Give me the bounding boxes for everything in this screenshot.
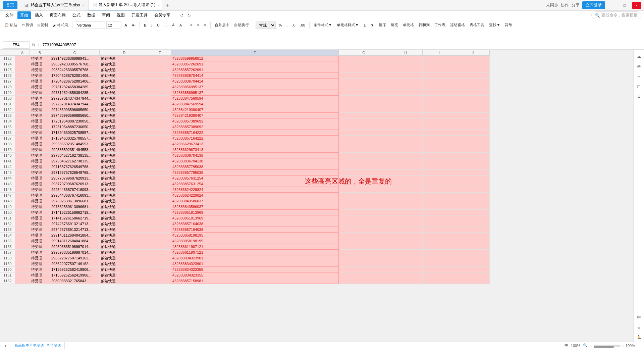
- table-cell[interactable]: 298770799687620913...: [50, 181, 100, 187]
- table-cell[interactable]: 的达快递: [100, 221, 149, 227]
- table-cell[interactable]: [15, 176, 30, 181]
- table-cell[interactable]: 432883847569594: [171, 101, 339, 107]
- table-cell[interactable]: 171416226158662719...: [50, 215, 100, 221]
- table-cell[interactable]: [423, 238, 456, 244]
- table-cell[interactable]: 的达快递: [100, 272, 149, 278]
- table-cell[interactable]: [15, 147, 30, 153]
- table-cell[interactable]: [423, 153, 456, 158]
- table-cell[interactable]: 的达快递: [100, 96, 149, 101]
- table-cell[interactable]: 的达快递: [100, 130, 149, 136]
- table-cell[interactable]: [389, 141, 423, 147]
- zoom-icon[interactable]: 🔍: [583, 343, 588, 348]
- table-cell[interactable]: 432883858198195: [171, 238, 339, 244]
- table-cell[interactable]: [149, 84, 171, 90]
- table-cell[interactable]: [15, 221, 30, 227]
- table-cell[interactable]: [423, 278, 456, 284]
- table-cell[interactable]: 432883836704138: [171, 153, 339, 158]
- table-cell[interactable]: 432883857389692: [171, 124, 339, 130]
- table-cell[interactable]: [339, 67, 389, 73]
- table-cell[interactable]: [149, 164, 171, 170]
- table-cell[interactable]: 待受理: [30, 90, 50, 96]
- tab-xlsx-close[interactable]: ×: [82, 3, 84, 7]
- table-cell[interactable]: 172319548887230050...: [50, 118, 100, 124]
- table-cell[interactable]: 432883857158981: [171, 278, 339, 284]
- table-cell[interactable]: 的达快递: [100, 261, 149, 267]
- table-cell[interactable]: 297436993598885650...: [50, 107, 100, 113]
- table-cell[interactable]: 297382539613096681...: [50, 198, 100, 204]
- collab-button[interactable]: 协作: [561, 2, 569, 8]
- table-cell[interactable]: 的达快递: [100, 73, 149, 79]
- table-cell[interactable]: [456, 113, 490, 118]
- font-color-button[interactable]: A: [178, 22, 183, 28]
- table-cell[interactable]: 432886624229824: [171, 187, 339, 193]
- table-cell[interactable]: 的达快递: [100, 176, 149, 181]
- search-box[interactable]: 🔍 查找命令，搜索模板: [591, 11, 641, 19]
- table-cell[interactable]: 432886611907121: [171, 244, 339, 250]
- font-size-selector[interactable]: [106, 21, 121, 29]
- table-cell[interactable]: 298622077507149162...: [50, 255, 100, 261]
- table-cell[interactable]: [15, 56, 30, 61]
- table-cell[interactable]: [423, 113, 456, 118]
- table-cell[interactable]: 297312324658384285...: [50, 90, 100, 96]
- table-cell[interactable]: [149, 244, 171, 250]
- table-cell[interactable]: 432883857164222: [171, 136, 339, 141]
- table-cell[interactable]: [339, 181, 389, 187]
- table-cell[interactable]: 432883857262691: [171, 61, 339, 67]
- cut-button[interactable]: ✂ 剪切: [20, 22, 35, 28]
- table-cell[interactable]: [423, 170, 456, 176]
- table-cell[interactable]: [456, 181, 490, 187]
- table-cell[interactable]: [423, 261, 456, 267]
- table-cell[interactable]: [389, 255, 423, 261]
- table-cell[interactable]: 待受理: [30, 158, 50, 164]
- table-cell[interactable]: 29914923636898943...: [50, 56, 100, 61]
- col-header-g[interactable]: G: [339, 50, 389, 56]
- side-icon-box[interactable]: □: [635, 83, 643, 91]
- table-cell[interactable]: 待受理: [30, 79, 50, 84]
- table-cell[interactable]: [423, 272, 456, 278]
- table-cell[interactable]: 的达快递: [100, 244, 149, 250]
- fill-color-button[interactable]: A̲: [170, 22, 176, 28]
- table-cell[interactable]: [456, 238, 490, 244]
- fit-button[interactable]: ⛶: [638, 344, 641, 348]
- font-selector[interactable]: [75, 21, 105, 29]
- decrease-decimal-button[interactable]: .00: [299, 22, 307, 28]
- worksheet-button[interactable]: 工作表: [433, 22, 447, 28]
- table-cell[interactable]: 432883857631254: [171, 181, 339, 187]
- table-cell[interactable]: 298622077507149162...: [50, 261, 100, 267]
- table-cell[interactable]: [456, 198, 490, 204]
- align-left-button[interactable]: ≡: [189, 22, 194, 28]
- table-cell[interactable]: 432883857262691: [171, 67, 339, 73]
- formula-input[interactable]: [42, 42, 641, 48]
- table-cell[interactable]: [423, 130, 456, 136]
- table-cell[interactable]: [15, 215, 30, 221]
- table-cell[interactable]: [339, 164, 389, 170]
- table-cell[interactable]: [15, 198, 30, 204]
- table-cell[interactable]: 的达快递: [100, 136, 149, 141]
- table-cell[interactable]: 432883836704414: [171, 79, 339, 84]
- table-cell[interactable]: [149, 90, 171, 96]
- table-cell[interactable]: 的达快递: [100, 193, 149, 198]
- table-cell[interactable]: [15, 73, 30, 79]
- table-cell[interactable]: [149, 261, 171, 267]
- side-icon-swap[interactable]: ↔: [635, 72, 643, 81]
- table-cell[interactable]: 待受理: [30, 67, 50, 73]
- table-cell[interactable]: 的达快递: [100, 84, 149, 90]
- table-cell[interactable]: 432883836704414: [171, 73, 339, 79]
- table-cell[interactable]: [389, 272, 423, 278]
- table-cell[interactable]: [456, 118, 490, 124]
- table-cell[interactable]: 的达快递: [100, 124, 149, 130]
- menu-insert[interactable]: 插入: [32, 11, 46, 19]
- table-cell[interactable]: [339, 244, 389, 250]
- table-cell[interactable]: 待受理: [30, 250, 50, 255]
- table-cell[interactable]: [456, 147, 490, 153]
- table-cell[interactable]: [389, 187, 423, 193]
- table-cell[interactable]: 171416226158662719...: [50, 210, 100, 215]
- table-cell[interactable]: [149, 56, 171, 61]
- table-cell[interactable]: 待受理: [30, 176, 50, 181]
- table-cell[interactable]: 的达快递: [100, 210, 149, 215]
- table-cell[interactable]: [389, 130, 423, 136]
- table-cell[interactable]: 432883857795038: [171, 164, 339, 170]
- table-cell[interactable]: 432886629673413: [171, 147, 339, 153]
- table-cell[interactable]: 297257014374347944...: [50, 101, 100, 107]
- table-cell[interactable]: 的达快递: [100, 278, 149, 284]
